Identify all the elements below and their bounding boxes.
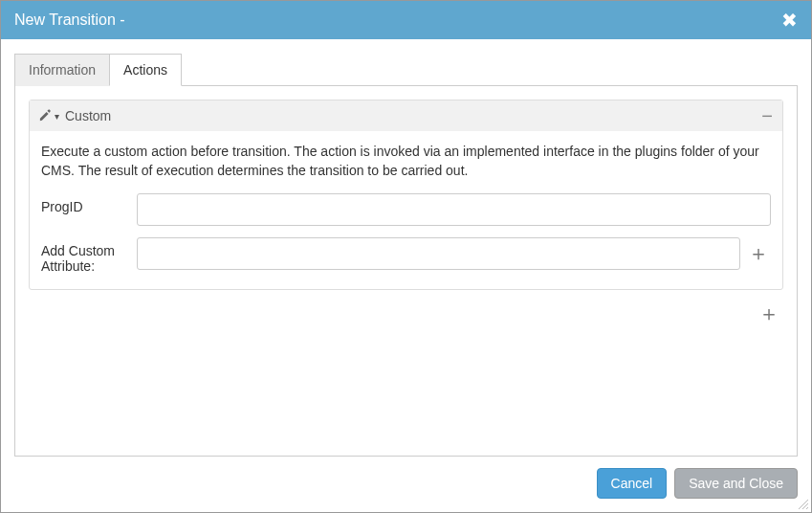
add-custom-attribute-label: Add Custom Attribute:: [41, 237, 137, 274]
caret-down-icon: ▾: [55, 111, 59, 122]
save-and-close-button[interactable]: Save and Close: [674, 468, 798, 499]
resize-grip[interactable]: [796, 497, 809, 510]
panel-body: Execute a custom action before transitio…: [30, 131, 782, 289]
tab-label: Actions: [123, 62, 167, 78]
panel-title: Custom: [65, 108, 111, 123]
progid-label: ProgID: [41, 193, 137, 214]
add-attribute-plus-icon[interactable]: ＋: [746, 243, 771, 264]
dialog-body: Information Actions ▾ Custom −: [1, 39, 811, 457]
progid-input[interactable]: [137, 193, 771, 226]
add-action-plus-icon[interactable]: ＋: [757, 303, 781, 324]
cancel-button[interactable]: Cancel: [597, 468, 668, 499]
collapse-icon[interactable]: −: [761, 106, 773, 125]
add-action-row: ＋: [29, 300, 783, 324]
panel-header: ▾ Custom −: [30, 100, 782, 131]
dialog-footer: Cancel Save and Close: [1, 457, 811, 512]
form-row-progid: ProgID: [41, 193, 771, 226]
tab-information[interactable]: Information: [14, 54, 110, 86]
add-custom-attribute-input-wrap: ＋: [137, 237, 771, 270]
svg-line-2: [806, 507, 808, 509]
add-custom-attribute-input[interactable]: [137, 237, 740, 270]
dialog-header: New Transition - ✖: [1, 1, 811, 39]
panel-description: Execute a custom action before transitio…: [41, 143, 771, 180]
close-icon[interactable]: ✖: [781, 11, 798, 30]
panel-header-left: ▾ Custom: [39, 108, 111, 123]
tab-label: Information: [29, 62, 96, 78]
tab-content-actions: ▾ Custom − Execute a custom action befor…: [14, 86, 798, 457]
pencil-icon: [39, 109, 53, 123]
form-row-add-custom-attribute: Add Custom Attribute: ＋: [41, 237, 771, 274]
panel-type-selector[interactable]: ▾: [39, 109, 59, 123]
dialog-window: New Transition - ✖ Information Actions ▾: [0, 0, 812, 513]
dialog-title: New Transition -: [14, 11, 125, 29]
custom-action-panel: ▾ Custom − Execute a custom action befor…: [29, 100, 783, 290]
progid-input-wrap: [137, 193, 771, 226]
tab-actions[interactable]: Actions: [109, 54, 182, 86]
tab-bar: Information Actions: [14, 53, 798, 86]
